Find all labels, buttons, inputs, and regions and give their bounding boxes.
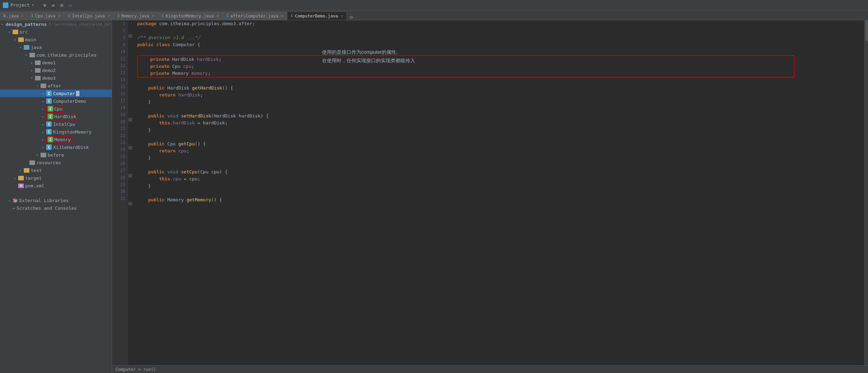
code-text: public void setHardDisk(HardDisk hardDis… bbox=[137, 113, 269, 120]
tree-label: Memory bbox=[54, 137, 71, 142]
red-box-fields: private HardDisk hardDisk; private Cpu c… bbox=[137, 55, 794, 78]
code-text: private Cpu cpu; bbox=[139, 63, 194, 70]
tree-item-demo3[interactable]: demo3 bbox=[0, 74, 112, 82]
code-text: return cpu; bbox=[137, 148, 189, 155]
tab-computerdemo-java[interactable]: C ComputerDemo.java ✕ bbox=[287, 12, 347, 20]
tab-intelcpu-java[interactable]: C IntelCpu.java ✕ bbox=[64, 12, 114, 20]
folder-icon-target bbox=[18, 176, 24, 180]
tab-close[interactable]: ✕ bbox=[152, 14, 154, 18]
tree-item-external-libraries[interactable]: 📚 External Libraries bbox=[0, 196, 112, 204]
tab-kingstonmemory-java[interactable]: C KingstonMemory.java ✕ bbox=[158, 12, 223, 20]
add-icon[interactable]: ⊕ bbox=[42, 2, 47, 9]
tab-close[interactable]: ✕ bbox=[281, 14, 284, 18]
tab-close[interactable]: ✕ bbox=[341, 14, 343, 18]
folder-icon-before bbox=[41, 153, 46, 157]
line-num-24: 24 bbox=[113, 146, 125, 153]
code-editor[interactable]: package com.itheima.principles.demo3.aft… bbox=[133, 20, 864, 365]
code-line-25: } bbox=[137, 155, 864, 162]
tab-after-computer-java[interactable]: C after\Computer.java ✕ bbox=[223, 12, 287, 20]
folder-icon-demo2 bbox=[35, 68, 41, 73]
tab-bar: k.java ✕ I Cpu.java ✕ C IntelCpu.java ✕ … bbox=[0, 10, 868, 20]
code-text: } bbox=[137, 182, 151, 189]
tree-item-resources[interactable]: resources bbox=[0, 159, 112, 166]
tree-item-intelcpu[interactable]: C IntelCpu bbox=[0, 120, 112, 128]
tree-item-pom-xml[interactable]: m pom.xml bbox=[0, 182, 112, 189]
fold-icon-27[interactable]: − bbox=[128, 202, 132, 206]
tree-item-scratches[interactable]: ✏ Scratches and Consoles bbox=[0, 204, 112, 212]
line-num-20: 20 bbox=[113, 118, 125, 125]
fold-icon-23[interactable]: − bbox=[128, 174, 132, 178]
tree-label: demo1 bbox=[42, 60, 56, 65]
code-text: public Cpu getCpu() { bbox=[137, 141, 206, 148]
fold-icon-15[interactable]: − bbox=[128, 118, 132, 122]
class-icon-i: I bbox=[48, 137, 53, 142]
tree-item-xijiharddisk[interactable]: C XiJieHardDisk bbox=[0, 143, 112, 151]
tab-close[interactable]: ✕ bbox=[21, 14, 24, 18]
tab-close[interactable]: ✕ bbox=[108, 14, 110, 18]
tab-label: after\Computer.java bbox=[230, 14, 278, 19]
more-tabs-icon[interactable]: ≫ bbox=[347, 15, 356, 20]
tree-item-src[interactable]: src bbox=[0, 28, 112, 36]
tree-item-before[interactable]: before bbox=[0, 151, 112, 159]
vertical-scrollbar[interactable] bbox=[864, 20, 868, 365]
minimize-icon[interactable]: — bbox=[68, 2, 73, 9]
tree-item-demo2[interactable]: demo2 bbox=[0, 66, 112, 74]
tab-cpu-java[interactable]: I Cpu.java ✕ bbox=[28, 12, 64, 20]
tree-label: resources bbox=[36, 160, 61, 165]
tree-arrow bbox=[41, 115, 46, 119]
tab-icon-i: I bbox=[117, 14, 120, 18]
code-content: 1 2 3 9 10 11 12 13 14 15 16 17 18 19 20… bbox=[112, 20, 868, 365]
tree-item-design-patterns[interactable]: design_patterns D:\workspace_idea\heima_… bbox=[0, 20, 112, 28]
code-line-2 bbox=[137, 27, 864, 34]
tab-close[interactable]: ✕ bbox=[58, 14, 61, 18]
tree-label: demo3 bbox=[42, 76, 56, 81]
tree-item-target[interactable]: target bbox=[0, 174, 112, 182]
class-icon-i: I bbox=[48, 106, 53, 112]
line-num-10: 10 bbox=[113, 48, 125, 55]
tree-item-harddisk[interactable]: I HardDisk bbox=[0, 113, 112, 120]
tree-label: com.itheima.principles bbox=[36, 52, 97, 58]
tree-item-cpu[interactable]: I Cpu bbox=[0, 105, 112, 113]
folder-icon-main bbox=[18, 37, 24, 42]
line-num-13: 13 bbox=[113, 69, 125, 76]
line-num-21: 21 bbox=[113, 125, 125, 132]
line-num-11: 11 bbox=[113, 55, 125, 62]
code-text: public Memory getMemory() { bbox=[137, 196, 222, 203]
class-icon-c: C bbox=[46, 121, 52, 127]
tree-item-computerdemo[interactable]: C ComputerDemo bbox=[0, 97, 112, 105]
tree-arrow bbox=[1, 22, 4, 26]
tab-close[interactable]: ✕ bbox=[217, 14, 219, 18]
tree-item-java[interactable]: java bbox=[0, 43, 112, 51]
tab-icon-c: C bbox=[291, 14, 293, 18]
fold-gutter: − − − − − bbox=[128, 20, 133, 365]
tree-item-test[interactable]: test bbox=[0, 166, 112, 174]
tree-item-after[interactable]: after bbox=[0, 82, 112, 89]
code-line-19: public void setHardDisk(HardDisk hardDis… bbox=[137, 113, 864, 120]
class-icon-i: I bbox=[48, 114, 53, 119]
tab-memory-java[interactable]: I Memory.java ✕ bbox=[114, 12, 158, 20]
tree-item-memory[interactable]: I Memory bbox=[0, 136, 112, 143]
tree-item-package[interactable]: com.itheima.principles bbox=[0, 51, 112, 59]
title-bar-title: Project bbox=[10, 2, 30, 8]
code-text: private HardDisk hardDisk; bbox=[139, 56, 222, 63]
fold-icon-3[interactable]: − bbox=[128, 34, 132, 38]
line-num-3: 3 bbox=[113, 34, 125, 41]
project-dropdown[interactable]: ▾ bbox=[32, 3, 34, 7]
class-icon-c: C bbox=[46, 144, 52, 150]
scratches-icon: ✏ bbox=[13, 206, 15, 210]
tree-item-main[interactable]: main bbox=[0, 36, 112, 43]
line-numbers: 1 2 3 9 10 11 12 13 14 15 16 17 18 19 20… bbox=[112, 20, 128, 365]
tree-path: D:\workspace_idea\heima_pat bbox=[49, 22, 111, 27]
scrollbar-thumb[interactable] bbox=[865, 20, 868, 41]
tree-item-kingstonmemory[interactable]: C KingstonMemory bbox=[0, 128, 112, 136]
swap-icon[interactable]: ⇄ bbox=[50, 2, 56, 9]
line-num-2: 2 bbox=[113, 27, 125, 34]
settings-icon[interactable]: ⚙ bbox=[59, 2, 64, 9]
fold-icon-19[interactable]: − bbox=[128, 146, 132, 150]
tree-label: src bbox=[20, 29, 28, 35]
tree-item-computer[interactable]: C Computer bbox=[0, 89, 112, 97]
tree-item-demo1[interactable]: demo1 bbox=[0, 59, 112, 66]
tree-label: target bbox=[25, 175, 42, 181]
tab-k-java[interactable]: k.java ✕ bbox=[0, 12, 28, 20]
tree-arrow bbox=[41, 130, 46, 134]
